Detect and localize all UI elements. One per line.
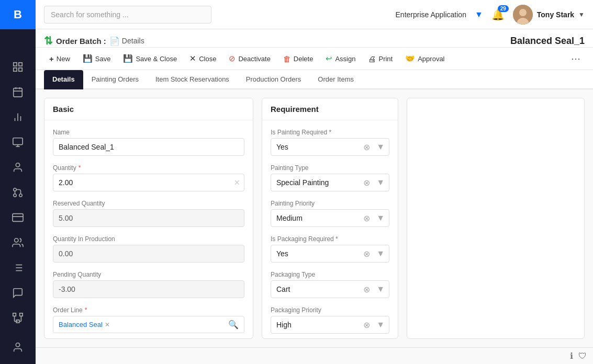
name-input-wrap xyxy=(53,138,244,156)
print-button[interactable]: 🖨 Print xyxy=(363,52,398,66)
save-close-icon: 💾 xyxy=(123,54,133,63)
basic-form: Name Quantity * ✕ xyxy=(44,120,253,339)
is-painting-required-arrow[interactable]: ▼ xyxy=(372,140,389,154)
svg-point-20 xyxy=(14,194,17,197)
notification-button[interactable]: 🔔 29 xyxy=(491,8,505,21)
delete-label: Delete xyxy=(294,55,314,63)
tab-production-orders[interactable]: Production Orders xyxy=(238,70,310,89)
painting-type-value: Special Painting xyxy=(271,174,361,191)
painting-priority-value: Medium xyxy=(271,210,361,226)
sidebar-item-chart[interactable] xyxy=(0,105,36,130)
quantity-input-wrap: ✕ xyxy=(53,174,244,191)
packaging-priority-select[interactable]: High ⊗ ▼ xyxy=(271,316,389,334)
is-painting-required-clear[interactable]: ⊗ xyxy=(361,140,372,154)
sidebar-item-card[interactable] xyxy=(0,205,36,230)
packaging-type-field: Packaging Type Cart ⊗ ▼ xyxy=(271,271,389,298)
packaging-priority-field: Packaging Priority High ⊗ ▼ xyxy=(271,306,389,334)
packaging-priority-clear[interactable]: ⊗ xyxy=(361,318,372,332)
packaging-type-label: Packaging Type xyxy=(271,271,389,278)
svg-rect-4 xyxy=(19,63,22,66)
tab-details[interactable]: Details xyxy=(44,70,83,89)
close-button[interactable]: ✕ Close xyxy=(184,51,221,66)
delete-button[interactable]: 🗑 Delete xyxy=(278,52,319,66)
painting-priority-select[interactable]: Medium ⊗ ▼ xyxy=(271,209,389,227)
hamburger-menu[interactable] xyxy=(0,29,36,50)
is-painting-required-label: Is Painting Required * xyxy=(271,129,389,136)
details-breadcrumb-btn[interactable]: 📄 Details xyxy=(109,36,144,46)
tag-search-icon[interactable]: 🔍 xyxy=(228,320,239,329)
close-icon: ✕ xyxy=(189,54,196,63)
save-label: Save xyxy=(95,55,111,63)
approval-label: Approval xyxy=(418,55,444,63)
quantity-clear-icon[interactable]: ✕ xyxy=(234,178,240,187)
name-input[interactable] xyxy=(53,138,244,156)
name-label: Name xyxy=(53,129,244,136)
painting-priority-arrow[interactable]: ▼ xyxy=(372,211,389,225)
sidebar-item-list[interactable] xyxy=(0,255,36,280)
sidebar-item-calendar[interactable] xyxy=(0,79,36,105)
sidebar-item-dashboard[interactable] xyxy=(0,54,36,79)
tab-item-stock[interactable]: Item Stock Reservations xyxy=(147,70,238,89)
sidebar-nav xyxy=(0,50,36,364)
sidebar-item-chat[interactable] xyxy=(0,280,36,305)
packaging-priority-value: High xyxy=(271,316,361,333)
qty-in-production-field: Quantity In Production xyxy=(53,235,244,263)
sidebar-item-group[interactable] xyxy=(0,230,36,255)
is-packaging-required-clear[interactable]: ⊗ xyxy=(361,247,372,261)
painting-type-arrow[interactable]: ▼ xyxy=(372,176,389,189)
packaging-type-clear[interactable]: ⊗ xyxy=(361,282,372,297)
painting-type-clear[interactable]: ⊗ xyxy=(361,176,372,190)
packaging-type-select[interactable]: Cart ⊗ ▼ xyxy=(271,280,389,298)
help-icon[interactable]: ℹ xyxy=(570,351,573,361)
approval-button[interactable]: 🤝 Approval xyxy=(400,51,450,66)
svg-rect-30 xyxy=(13,313,16,316)
print-label: Print xyxy=(378,55,393,63)
sidebar-item-profile[interactable] xyxy=(0,335,36,360)
sidebar-item-monitor[interactable] xyxy=(0,130,36,155)
requirement-form: Is Painting Required * Yes ⊗ ▼ Painting … xyxy=(262,120,398,339)
tab-painting-orders[interactable]: Painting Orders xyxy=(83,70,147,89)
is-packaging-required-arrow[interactable]: ▼ xyxy=(372,247,389,260)
is-packaging-required-label: Is Packaging Required * xyxy=(271,235,389,243)
order-batch-icon: ⇅ xyxy=(44,35,53,47)
save-close-button[interactable]: 💾 Save & Close xyxy=(118,51,182,66)
filter-icon[interactable]: ▼ xyxy=(475,10,483,19)
sidebar: B xyxy=(0,0,36,364)
sidebar-item-user[interactable] xyxy=(0,155,36,180)
save-close-label: Save & Close xyxy=(136,55,177,63)
new-button[interactable]: + New xyxy=(44,52,75,66)
tag-close-icon[interactable]: ✕ xyxy=(105,321,110,328)
painting-type-select[interactable]: Special Painting ⊗ ▼ xyxy=(271,174,389,191)
painting-priority-clear[interactable]: ⊗ xyxy=(361,211,372,225)
sidebar-item-network[interactable] xyxy=(0,305,36,331)
qty-in-production-input-wrap xyxy=(53,245,244,263)
is-packaging-required-field: Is Packaging Required * Yes ⊗ ▼ xyxy=(271,235,389,263)
sidebar-bottom xyxy=(0,335,36,364)
search-input[interactable] xyxy=(44,6,211,24)
is-packaging-required-value: Yes xyxy=(271,245,361,262)
reserved-quantity-label: Reserved Quantity xyxy=(53,200,244,207)
deactivate-icon: ⊘ xyxy=(229,54,236,63)
deactivate-button[interactable]: ⊘ Deactivate xyxy=(223,51,275,66)
svg-rect-3 xyxy=(14,63,17,66)
assign-button[interactable]: ↩ Assign xyxy=(320,51,361,66)
breadcrumb: ⇅ Order Batch : 📄 Details xyxy=(44,35,144,47)
order-batch-label: Order Batch : xyxy=(56,37,106,46)
svg-point-17 xyxy=(16,163,19,167)
order-line-tag-input[interactable]: Balanced Seal ✕ 🔍 xyxy=(53,316,244,333)
shield-icon[interactable]: 🛡 xyxy=(578,351,587,361)
tab-order-items[interactable]: Order Items xyxy=(309,70,362,89)
sidebar-item-git[interactable] xyxy=(0,180,36,205)
is-painting-required-select[interactable]: Yes ⊗ ▼ xyxy=(271,138,389,156)
pending-quantity-label: Pending Quantity xyxy=(53,271,244,278)
packaging-priority-arrow[interactable]: ▼ xyxy=(372,318,389,332)
quantity-input[interactable] xyxy=(53,174,244,191)
is-packaging-required-select[interactable]: Yes ⊗ ▼ xyxy=(271,245,389,263)
avatar xyxy=(513,5,533,25)
plus-icon: + xyxy=(49,54,54,63)
save-button[interactable]: 💾 Save xyxy=(77,51,116,66)
packaging-type-arrow[interactable]: ▼ xyxy=(372,282,389,296)
svg-rect-5 xyxy=(14,68,17,71)
more-options-icon[interactable]: ⋯ xyxy=(567,51,585,66)
user-area[interactable]: Tony Stark ▼ xyxy=(513,5,585,25)
